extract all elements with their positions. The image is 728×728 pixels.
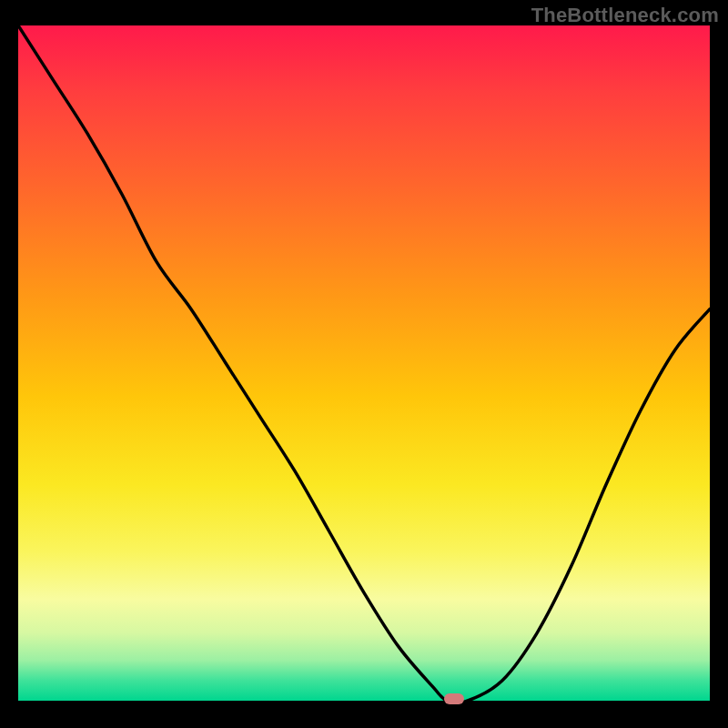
watermark-text: TheBottleneck.com <box>531 4 719 27</box>
optimal-marker <box>444 693 464 704</box>
bottleneck-curve <box>18 25 710 701</box>
plot-area <box>18 25 710 701</box>
chart-frame: TheBottleneck.com <box>0 0 728 728</box>
